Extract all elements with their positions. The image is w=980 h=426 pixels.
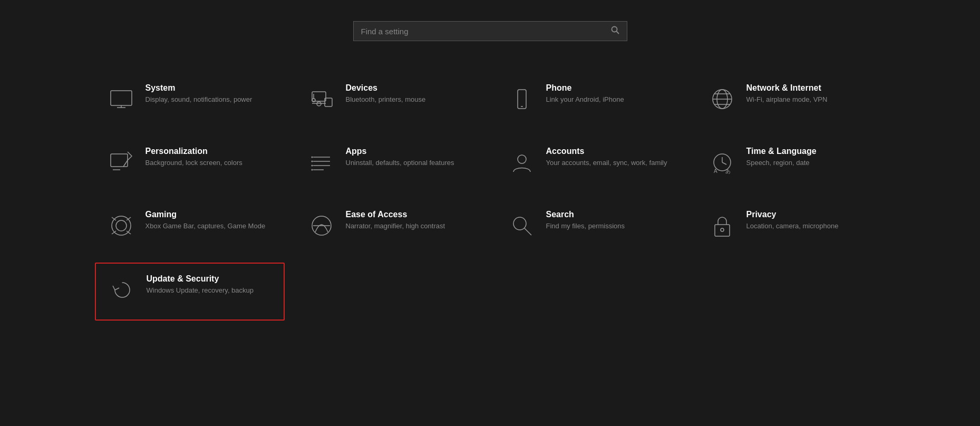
setting-item-update[interactable]: Update & SecurityWindows Update, recover… [95,263,285,321]
setting-desc-update: Windows Update, recovery, backup [147,286,254,295]
svg-rect-44 [715,225,730,236]
setting-desc-system: Display, sound, notifications, power [145,95,253,104]
svg-text:A: A [714,168,717,174]
setting-item-system[interactable]: SystemDisplay, sound, notifications, pow… [95,73,285,131]
setting-title-search: Search [546,210,625,219]
devices-icon [308,85,335,113]
setting-desc-accounts: Your accounts, email, sync, work, family [546,158,667,168]
search-bar [353,21,627,41]
svg-point-45 [721,228,724,231]
ease-icon [308,212,335,239]
svg-line-31 [722,162,726,164]
setting-desc-apps: Uninstall, defaults, optional features [346,158,454,168]
setting-title-personalization: Personalization [145,147,242,156]
svg-point-35 [116,220,127,231]
settings-page: SystemDisplay, sound, notifications, pow… [0,0,980,342]
setting-item-apps[interactable]: AppsUninstall, defaults, optional featur… [295,136,485,194]
setting-desc-devices: Bluetooth, printers, mouse [346,95,426,104]
setting-item-gaming[interactable]: GamingXbox Game Bar, captures, Game Mode [95,199,285,257]
setting-item-accounts[interactable]: AccountsYour accounts, email, sync, work… [496,136,685,194]
accounts-icon [508,149,536,176]
setting-desc-personalization: Background, lock screen, colors [145,158,242,168]
svg-rect-2 [111,91,132,105]
network-icon [709,85,736,113]
update-icon [109,276,136,304]
setting-title-system: System [145,83,253,93]
setting-title-phone: Phone [546,83,624,93]
setting-title-time: Time & Language [746,147,817,156]
setting-item-network[interactable]: Network & InternetWi-Fi, airplane mode, … [696,73,886,131]
search-icon [611,26,619,36]
search-input[interactable] [361,27,611,36]
setting-desc-gaming: Xbox Game Bar, captures, Game Mode [145,221,266,231]
setting-item-search[interactable]: SearchFind my files, permissions [496,199,685,257]
svg-rect-11 [518,90,526,109]
setting-title-update: Update & Security [147,274,254,284]
setting-item-personalization[interactable]: PersonalizationBackground, lock screen, … [95,136,285,194]
setting-title-privacy: Privacy [746,210,839,219]
svg-line-1 [616,32,619,34]
setting-item-phone[interactable]: PhoneLink your Android, iPhone [496,73,685,131]
svg-rect-5 [312,92,326,101]
privacy-icon [709,212,736,239]
setting-title-gaming: Gaming [145,210,266,219]
svg-point-42 [513,217,526,230]
setting-desc-network: Wi-Fi, airplane mode, VPN [746,95,828,104]
svg-point-28 [518,155,526,163]
apps-icon [308,149,335,176]
personalization-icon [108,149,135,176]
setting-item-devices[interactable]: DevicesBluetooth, printers, mouse [295,73,485,131]
setting-title-apps: Apps [346,147,454,156]
setting-desc-phone: Link your Android, iPhone [546,95,624,104]
gaming-icon [108,212,135,239]
setting-desc-time: Speech, region, date [746,158,817,168]
settings-grid: SystemDisplay, sound, notifications, pow… [95,73,886,321]
svg-point-8 [317,102,321,106]
search-container [353,21,627,41]
setting-item-ease[interactable]: Ease of AccessNarrator, magnifier, high … [295,199,485,257]
setting-desc-search: Find my files, permissions [546,221,625,231]
svg-point-0 [612,27,617,32]
setting-title-network: Network & Internet [746,83,828,93]
setting-desc-ease: Narrator, magnifier, high contrast [346,221,445,231]
setting-title-ease: Ease of Access [346,210,445,219]
time-icon: A あ [709,149,736,176]
phone-icon [508,85,536,113]
setting-item-privacy[interactable]: PrivacyLocation, camera, microphone [696,199,886,257]
svg-text:あ: あ [725,168,731,174]
svg-line-43 [525,228,531,235]
setting-title-devices: Devices [346,83,426,93]
system-icon [108,85,135,113]
search-setting-icon [508,212,536,239]
setting-desc-privacy: Location, camera, microphone [746,221,839,231]
setting-title-accounts: Accounts [546,147,667,156]
setting-item-time[interactable]: A あ Time & LanguageSpeech, region, date [696,136,886,194]
